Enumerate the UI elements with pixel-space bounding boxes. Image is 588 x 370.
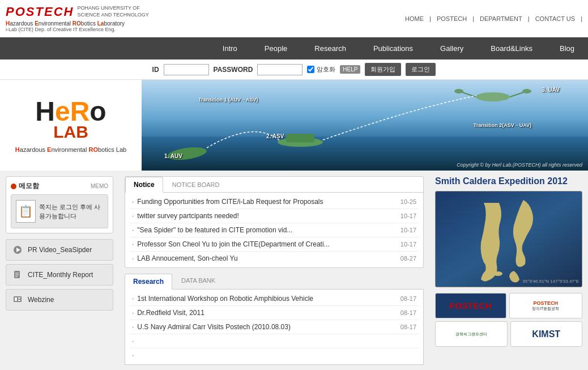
- sponsor-logos: POSTECH POSTECH 창의IT융합공학 경북씨그랜트센터 KIMST: [435, 293, 582, 347]
- label-auv: 1. AUV: [164, 153, 182, 159]
- svg-rect-5: [286, 134, 314, 142]
- notice-item-title[interactable]: Professor Son Cheol Yu to join the CITE(…: [137, 240, 395, 248]
- notice-item: · Professor Son Cheol Yu to join the CIT…: [130, 237, 419, 252]
- memo-title: 메모함: [11, 181, 39, 191]
- nav-blog[interactable]: Blog: [546, 37, 588, 59]
- top-nav-department[interactable]: DEPARTMENT: [480, 15, 522, 22]
- memo-content: 📋 쪽지는 로그인 후에 사용가능합니다: [11, 194, 108, 228]
- board-header-label: NOTICE BOARD: [164, 177, 228, 192]
- webzine-icon: [12, 294, 23, 305]
- notice-item: · Funding Opportunities from CITE/i-Lab …: [130, 195, 419, 209]
- memo-icon: 📋: [16, 200, 36, 223]
- top-nav-postech[interactable]: POSTECH: [437, 15, 467, 22]
- research-item-date: 08-17: [400, 324, 416, 330]
- logo-image: POSTECH POHANG UNIVERSITY OF SCIENCE AND…: [6, 5, 149, 19]
- hero-banner: HeRo LAB Hazardous Environmental RObotic…: [0, 80, 588, 171]
- sidebar-webzine[interactable]: Webzine: [6, 289, 113, 311]
- notice-item-date: 10-17: [400, 241, 416, 248]
- nav-board-links[interactable]: Board&Links: [477, 37, 546, 59]
- board-tabs: Notice NOTICE BOARD: [125, 177, 423, 193]
- label-uav: 3. UAV: [542, 87, 560, 93]
- tab-research[interactable]: Research: [125, 274, 172, 290]
- memo-link[interactable]: MEMO: [91, 183, 108, 189]
- research-item-title[interactable]: Dr.Redfield Visit, 2011: [137, 309, 395, 317]
- sponsor-row-1: POSTECH POSTECH 창의IT융합공학: [435, 293, 582, 318]
- header: POSTECH POHANG UNIVERSITY OF SCIENCE AND…: [0, 0, 588, 37]
- nav-gallery[interactable]: Gallery: [427, 37, 477, 59]
- top-nav-home[interactable]: HOME: [405, 15, 424, 22]
- content-area: Notice NOTICE BOARD · Funding Opportunit…: [119, 171, 429, 370]
- login-button[interactable]: 로그인: [406, 63, 436, 76]
- encrypt-checkbox[interactable]: [307, 66, 314, 73]
- password-input[interactable]: [257, 64, 302, 75]
- sponsor-row-2: 경북씨그랜트센터 KIMST: [435, 321, 582, 347]
- sidebar-cite-report[interactable]: CITE_Monthly Report: [6, 264, 113, 286]
- notice-item: · LAB Annoucement, Son-cheol Yu 08-27: [130, 252, 419, 265]
- nav-research[interactable]: Research: [301, 37, 360, 59]
- copyright-text: Copyright © by Herl Lab.(POSTECH) all ri…: [457, 162, 582, 168]
- notice-item-date: 10-17: [400, 212, 416, 219]
- postech-subtitle: POHANG UNIVERSITY OF SCIENCE AND TECHNOL…: [77, 5, 148, 18]
- id-input[interactable]: [164, 64, 209, 75]
- notice-item-date: 08-27: [400, 255, 416, 262]
- research-item: · 1st International Workshop on Robotic …: [130, 292, 419, 306]
- memo-circle-icon: [11, 184, 16, 189]
- encrypt-option: 암호화: [307, 65, 335, 74]
- research-item-title[interactable]: U.S Navy Admiral Carr Visits Postech (20…: [137, 323, 395, 331]
- navbar: Intro People Research Publications Galle…: [0, 37, 588, 59]
- hero-image: Transition 1 (AUV→ASV) 3. UAV 2. ASV Tra…: [142, 80, 588, 171]
- nav-publications[interactable]: Publications: [360, 37, 427, 59]
- memo-box: 메모함 MEMO 📋 쪽지는 로그인 후에 사용가능합니다: [6, 176, 113, 233]
- map-coords: 35°9'46.91"N 147°9'33.47"E: [522, 279, 579, 284]
- research-list: · 1st International Workshop on Robotic …: [125, 290, 424, 365]
- label-transition2: Transition 2(ASV→UAV): [474, 122, 531, 128]
- research-item-date: 08-17: [400, 309, 416, 316]
- expedition-map: 35°9'46.91"N 147°9'33.47"E: [435, 191, 582, 287]
- nav-people[interactable]: People: [251, 37, 301, 59]
- research-item-empty: ·: [130, 334, 419, 348]
- logo-area: POSTECH POHANG UNIVERSITY OF SCIENCE AND…: [6, 5, 149, 32]
- svg-point-9: [454, 89, 463, 93]
- register-button[interactable]: 회원가입: [365, 63, 401, 76]
- kimst-sponsor-logo: KIMST: [510, 321, 583, 347]
- svg-point-10: [522, 89, 531, 93]
- notice-item-title[interactable]: LAB Annoucement, Son-cheol Yu: [137, 254, 395, 262]
- hero-left: HeRo LAB Hazardous Environmental RObotic…: [0, 80, 142, 171]
- map-svg: [436, 192, 582, 287]
- lab-name: Hazardous Environmental RObotics Laborat…: [6, 20, 149, 27]
- postech-logo: POSTECH: [6, 5, 74, 19]
- hero-lab-text: LAB: [53, 122, 88, 142]
- navbar-inner: Intro People Research Publications Galle…: [209, 37, 588, 59]
- notice-item-title[interactable]: Funding Opportunities from CITE/i-Lab Re…: [137, 198, 395, 206]
- research-item-title[interactable]: 1st International Workshop on Robotic Am…: [137, 295, 395, 303]
- notice-item-title[interactable]: twitter survey partcipants needed!: [137, 212, 395, 220]
- main-content: 메모함 MEMO 📋 쪽지는 로그인 후에 사용가능합니다 PR Video_S…: [0, 171, 588, 370]
- top-nav-contact[interactable]: CONTACT US: [535, 15, 576, 22]
- document-icon: 📋: [19, 205, 33, 218]
- video-icon: [12, 244, 23, 256]
- svg-rect-18: [15, 297, 17, 301]
- notice-item: · "Sea Spider" to be featured in CITE pr…: [130, 223, 419, 237]
- notice-list: · Funding Opportunities from CITE/i-Lab …: [125, 193, 423, 267]
- cite-sponsor-logo: POSTECH 창의IT융합공학: [509, 293, 583, 318]
- research-item: · Dr.Redfield Visit, 2011 08-17: [130, 306, 419, 320]
- lab-sub: i-Lab (CITE) Dep. of Creative IT Excelle…: [6, 27, 149, 32]
- help-button[interactable]: HELP: [340, 65, 360, 74]
- pw-label: PASSWORD: [214, 66, 253, 74]
- label-asv: 2. ASV: [266, 133, 284, 139]
- gyeongbuk-sponsor-logo: 경북씨그랜트센터: [435, 321, 508, 347]
- memo-text: 쪽지는 로그인 후에 사용가능합니다: [39, 202, 103, 221]
- hero-image-inner: Transition 1 (AUV→ASV) 3. UAV 2. ASV Tra…: [142, 80, 588, 171]
- svg-rect-20: [18, 300, 20, 301]
- svg-point-6: [476, 92, 510, 101]
- notice-item-title[interactable]: "Sea Spider" to be featured in CITE prom…: [137, 226, 395, 234]
- nav-intro[interactable]: Intro: [209, 37, 251, 59]
- tab-notice[interactable]: Notice: [125, 177, 163, 193]
- postech-sponsor-logo: POSTECH: [435, 293, 506, 318]
- sidebar: 메모함 MEMO 📋 쪽지는 로그인 후에 사용가능합니다 PR Video_S…: [0, 171, 119, 370]
- notice-item-date: 10-25: [400, 198, 416, 205]
- report-icon: [12, 269, 23, 280]
- sidebar-pr-video[interactable]: PR Video_SeaSipder: [6, 239, 113, 261]
- notice-item-date: 10-17: [400, 227, 416, 233]
- memo-header: 메모함 MEMO: [11, 181, 108, 191]
